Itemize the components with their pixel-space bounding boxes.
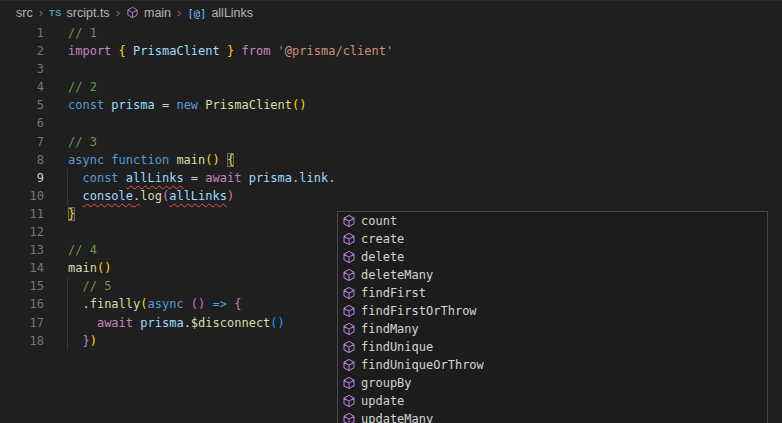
code-line-content[interactable]: } (68, 205, 75, 223)
code-line-content[interactable]: // 3 (68, 133, 97, 151)
suggestion-label: findFirstOrThrow (361, 304, 477, 318)
line-number[interactable]: 4 (0, 78, 44, 96)
symbol-method-icon (342, 322, 356, 336)
code-token (68, 297, 82, 311)
line-number[interactable]: 8 (0, 151, 44, 169)
suggestion-label: findFirst (361, 286, 426, 300)
line-number[interactable]: 13 (0, 241, 44, 259)
code-token: () (191, 297, 205, 311)
suggestion-label: findMany (361, 322, 419, 336)
suggestion-item-create[interactable]: create (338, 230, 767, 248)
code-line: 3 (0, 60, 782, 78)
code-line-content[interactable]: console.log(allLinks) (68, 187, 234, 205)
code-token (184, 297, 191, 311)
line-number[interactable]: 11 (0, 205, 44, 223)
symbol-method-icon (342, 376, 356, 390)
code-token: import (68, 44, 111, 58)
symbol-method-icon (342, 358, 356, 372)
suggestion-item-updateMany[interactable]: updateMany (338, 410, 767, 423)
breadcrumb-item-main[interactable]: main (126, 6, 171, 20)
code-token (220, 153, 227, 167)
code-line-content[interactable]: main() (68, 259, 111, 277)
vscode-editor-window: { "breadcrumb": { "separator": "›", "ite… (0, 0, 782, 423)
line-number[interactable]: 17 (0, 314, 44, 332)
line-number[interactable]: 16 (0, 295, 44, 313)
suggestion-item-deleteMany[interactable]: deleteMany (338, 266, 767, 284)
breadcrumb-item-allLinks[interactable]: [@]allLinks (187, 6, 253, 20)
code-line-content[interactable]: // 4 (68, 241, 97, 259)
line-number[interactable]: 2 (0, 42, 44, 60)
breadcrumb-item-label: main (144, 6, 171, 20)
code-token: () (97, 261, 111, 275)
breadcrumb-separator-icon: › (116, 5, 120, 20)
code-token: // 3 (68, 135, 97, 149)
line-number[interactable]: 14 (0, 259, 44, 277)
line-number[interactable]: 1 (0, 24, 44, 42)
code-line-content[interactable]: // 5 (68, 277, 111, 295)
breadcrumb-item-src[interactable]: src (16, 6, 33, 20)
code-line-content[interactable]: async function main() { (68, 151, 234, 169)
line-number[interactable]: 10 (0, 187, 44, 205)
line-number[interactable]: 9 (0, 169, 44, 187)
code-line-content[interactable]: }) (68, 332, 97, 350)
code-line: 10 console.log(allLinks) (0, 187, 782, 205)
suggestion-label: groupBy (361, 376, 412, 390)
symbol-method-icon (342, 232, 356, 246)
breadcrumb-separator-icon: › (177, 5, 181, 20)
code-token: '@prisma/client' (278, 44, 394, 58)
symbol-variable-icon: [@] (187, 7, 206, 19)
suggestion-item-findUnique[interactable]: findUnique (338, 338, 767, 356)
code-token: await (97, 316, 133, 330)
symbol-method-icon (126, 6, 139, 19)
code-token (184, 171, 191, 185)
code-token: main (176, 153, 205, 167)
suggestion-item-findUniqueOrThrow[interactable]: findUniqueOrThrow (338, 356, 767, 374)
suggestion-item-delete[interactable]: delete (338, 248, 767, 266)
code-token: } (68, 207, 75, 221)
code-token: () (270, 316, 284, 330)
line-number[interactable]: 3 (0, 60, 44, 78)
code-line-content[interactable]: .finally(async () => { (68, 295, 241, 313)
code-token: ( (140, 297, 147, 311)
code-line-content[interactable]: import { PrismaClient } from '@prisma/cl… (68, 42, 393, 60)
code-token: $disconnect (191, 316, 270, 330)
symbol-method-icon (342, 412, 356, 423)
suggestion-item-findFirst[interactable]: findFirst (338, 284, 767, 302)
line-number[interactable]: 5 (0, 96, 44, 114)
suggestion-item-groupBy[interactable]: groupBy (338, 374, 767, 392)
symbol-method-icon (342, 394, 356, 408)
symbol-method-icon (342, 268, 356, 282)
code-line-content[interactable]: const allLinks = await prisma.link. (68, 169, 335, 187)
code-token: from (241, 44, 270, 58)
code-token (111, 44, 118, 58)
code-token: console (82, 189, 133, 203)
code-token: = (191, 171, 198, 185)
code-token: main (68, 261, 97, 275)
line-number[interactable]: 6 (0, 114, 44, 132)
code-line: 2import { PrismaClient } from '@prisma/c… (0, 42, 782, 60)
code-token: { (234, 297, 241, 311)
line-number[interactable]: 18 (0, 332, 44, 350)
code-line-content[interactable]: // 2 (68, 78, 97, 96)
suggest-widget: countcreatedeletedeleteManyfindFirstfind… (337, 211, 768, 423)
code-line-content[interactable]: const prisma = new PrismaClient() (68, 96, 307, 114)
suggestion-label: count (361, 214, 397, 228)
breadcrumb: src›TSsrcipt.ts›main›[@]allLinks (0, 0, 782, 24)
code-line-content[interactable]: // 1 (68, 24, 97, 42)
code-token: async (68, 153, 104, 167)
suggestion-item-findMany[interactable]: findMany (338, 320, 767, 338)
line-number[interactable]: 15 (0, 277, 44, 295)
line-number[interactable]: 12 (0, 223, 44, 241)
suggestion-item-findFirstOrThrow[interactable]: findFirstOrThrow (338, 302, 767, 320)
breadcrumb-item-label: allLinks (211, 6, 253, 20)
code-token: ) (227, 189, 234, 203)
line-number[interactable]: 7 (0, 133, 44, 151)
suggestion-item-count[interactable]: count (338, 212, 767, 230)
code-token (119, 171, 126, 185)
breadcrumb-item-srcipt.ts[interactable]: TSsrcipt.ts (49, 6, 110, 20)
code-line: 6 (0, 114, 782, 132)
suggestion-item-update[interactable]: update (338, 392, 767, 410)
code-token: => (213, 297, 227, 311)
code-line-content[interactable]: await prisma.$disconnect() (68, 314, 285, 332)
suggestion-label: updateMany (361, 412, 433, 423)
